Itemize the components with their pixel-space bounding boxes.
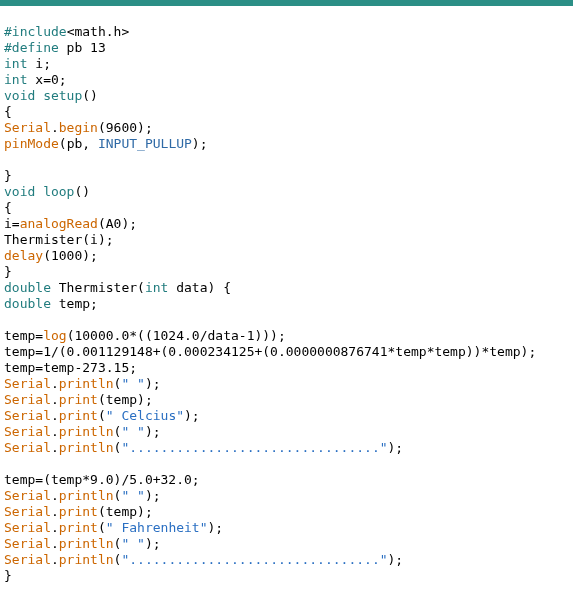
rest: data) { [168,280,231,295]
paren-open: ( [98,520,106,535]
serial-obj: Serial [4,536,51,551]
expr: temp=(temp*9.0)/5.0+32.0; [4,472,200,487]
line: Serial.println(" "); [4,488,161,503]
line: i=analogRead(A0); [4,216,137,231]
method-println: println [59,440,114,455]
type-int: int [4,56,27,71]
method-println: println [59,552,114,567]
method-begin: begin [59,120,98,135]
line: temp=(temp*9.0)/5.0+32.0; [4,472,200,487]
line: temp=log(10000.0*((1024.0/data-1))); [4,328,286,343]
serial-obj: Serial [4,552,51,567]
fn-log: log [43,328,66,343]
type-double: double [4,296,51,311]
expr: (10000.0*((1024.0/data-1))); [67,328,286,343]
string-literal: " Fahrenheit" [106,520,208,535]
dot: . [51,552,59,567]
paren-close: ); [121,216,137,231]
assign: i= [4,216,20,231]
line: Serial.print(" Fahrenheit"); [4,520,223,535]
brace-open: { [4,104,12,119]
line: temp=temp-273.15; [4,360,137,375]
line: #define pb 13 [4,40,106,55]
fn-analogread: analogRead [20,216,98,231]
decl: x=0; [27,72,66,87]
line: } [4,264,12,279]
line: #include<math.h> [4,24,129,39]
method-println: println [59,536,114,551]
method-println: println [59,488,114,503]
dot: . [51,440,59,455]
brace-close: } [4,264,12,279]
fn-loop: loop [35,184,74,199]
line: } [4,168,12,183]
const-input-pullup: INPUT_PULLUP [98,136,192,151]
method-print: print [59,504,98,519]
line: Serial.println("........................… [4,440,403,455]
serial-obj: Serial [4,504,51,519]
serial-obj: Serial [4,488,51,503]
decl: temp; [51,296,98,311]
type-void: void [4,184,35,199]
header-name: math.h [74,24,121,39]
paren-open: ( [98,504,106,519]
serial-obj: Serial [4,424,51,439]
line: Serial.begin(9600); [4,120,153,135]
line: } [4,568,12,583]
line: void loop() [4,184,90,199]
line: Serial.println(" "); [4,424,161,439]
parens: () [82,88,98,103]
paren-close: ); [145,488,161,503]
blank-line [4,456,12,471]
paren-close: ); [145,376,161,391]
paren-open: ( [59,136,67,151]
blank-line [4,312,12,327]
string-literal: "................................" [121,552,387,567]
paren-close: ); [388,440,404,455]
line: Serial.println(" "); [4,376,161,391]
brace-close: } [4,168,12,183]
angle-close: > [121,24,129,39]
method-println: println [59,376,114,391]
arg-pb: pb [67,136,83,151]
paren-close: ); [145,536,161,551]
blank-line [4,152,12,167]
code-editor: #include<math.h> #define pb 13 int i; in… [0,6,573,593]
line: temp=1/(0.001129148+(0.000234125+(0.0000… [4,344,536,359]
num: 1000 [51,248,82,263]
expr: temp=1/(0.001129148+(0.000234125+(0.0000… [4,344,536,359]
paren-open: ( [98,120,106,135]
dot: . [51,488,59,503]
type-int: int [145,280,168,295]
call-thermister: Thermister(i); [4,232,114,247]
serial-obj: Serial [4,408,51,423]
dot: . [51,520,59,535]
decl: i; [27,56,50,71]
parens: () [74,184,90,199]
expr: temp=temp-273.15; [4,360,137,375]
arg-temp: temp [106,392,137,407]
line: Serial.print(temp); [4,392,153,407]
string-literal: "................................" [121,440,387,455]
type-void: void [4,88,35,103]
paren-close: ); [82,248,98,263]
paren-close: ); [145,424,161,439]
paren-close: ); [192,136,208,151]
method-print: print [59,520,98,535]
keyword-include: #include [4,24,67,39]
fn-delay: delay [4,248,43,263]
type-double: double [4,280,51,295]
serial-obj: Serial [4,376,51,391]
line: Serial.println("........................… [4,552,403,567]
dot: . [51,120,59,135]
paren-close: ); [137,504,153,519]
macro-value: 13 [90,40,106,55]
line: pinMode(pb, INPUT_PULLUP); [4,136,208,151]
string-literal: " " [121,488,144,503]
method-print: print [59,392,98,407]
paren-open: ( [98,216,106,231]
dot: . [51,504,59,519]
paren-open: ( [98,392,106,407]
line: { [4,104,12,119]
serial-obj: Serial [4,520,51,535]
